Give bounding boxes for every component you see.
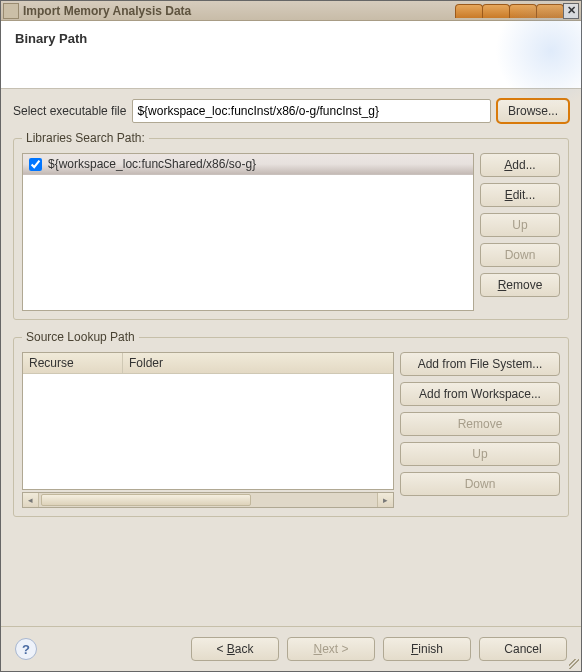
- source-table[interactable]: Recurse Folder: [22, 352, 394, 490]
- library-path: ${workspace_loc:funcShared/x86/so-g}: [48, 157, 256, 171]
- page-title: Binary Path: [15, 31, 567, 46]
- libraries-group: Libraries Search Path: ${workspace_loc:f…: [13, 131, 569, 320]
- add-button[interactable]: Add...: [480, 153, 560, 177]
- source-remove-button: Remove: [400, 412, 560, 436]
- table-header: Recurse Folder: [23, 353, 393, 374]
- add-from-filesystem-button[interactable]: Add from File System...: [400, 352, 560, 376]
- wizard-footer: ? < Back Next > Finish Cancel: [1, 626, 581, 671]
- down-button: Down: [480, 243, 560, 267]
- finish-button[interactable]: Finish: [383, 637, 471, 661]
- executable-label: Select executable file: [13, 104, 126, 118]
- scroll-right-icon[interactable]: ▸: [377, 493, 393, 507]
- wizard-content: Select executable file Browse... Librari…: [1, 89, 581, 626]
- source-lookup-legend: Source Lookup Path: [22, 330, 139, 344]
- resize-grip-icon[interactable]: [569, 659, 579, 669]
- list-item[interactable]: ${workspace_loc:funcShared/x86/so-g}: [23, 154, 473, 175]
- source-button-column: Add from File System... Add from Workspa…: [400, 352, 560, 508]
- window-title: Import Memory Analysis Data: [23, 4, 449, 18]
- scroll-track[interactable]: [39, 493, 377, 507]
- next-button: Next >: [287, 637, 375, 661]
- back-button[interactable]: < Back: [191, 637, 279, 661]
- source-down-button: Down: [400, 472, 560, 496]
- up-button: Up: [480, 213, 560, 237]
- libraries-list[interactable]: ${workspace_loc:funcShared/x86/so-g}: [22, 153, 474, 311]
- executable-row: Select executable file Browse...: [13, 99, 569, 123]
- titlebar-tab-icon: [455, 4, 483, 18]
- dialog-window: Import Memory Analysis Data ✕ Binary Pat…: [0, 0, 582, 672]
- remove-button[interactable]: Remove: [480, 273, 560, 297]
- scroll-thumb[interactable]: [41, 494, 251, 506]
- column-recurse[interactable]: Recurse: [23, 353, 123, 373]
- horizontal-scrollbar[interactable]: ◂ ▸: [22, 492, 394, 508]
- libraries-button-column: Add... Edit... Up Down Remove: [480, 153, 560, 311]
- system-menu-icon[interactable]: [3, 3, 19, 19]
- source-lookup-group: Source Lookup Path Recurse Folder ◂: [13, 330, 569, 517]
- wizard-header: Binary Path: [1, 21, 581, 89]
- scroll-left-icon[interactable]: ◂: [23, 493, 39, 507]
- libraries-legend: Libraries Search Path:: [22, 131, 149, 145]
- help-icon: ?: [22, 642, 30, 657]
- cancel-button[interactable]: Cancel: [479, 637, 567, 661]
- header-decor-icon: [491, 0, 582, 111]
- column-folder[interactable]: Folder: [123, 353, 393, 373]
- executable-input[interactable]: [132, 99, 491, 123]
- wizard-buttons: < Back Next > Finish Cancel: [191, 637, 567, 661]
- help-button[interactable]: ?: [15, 638, 37, 660]
- library-checkbox[interactable]: [29, 158, 42, 171]
- add-from-workspace-button[interactable]: Add from Workspace...: [400, 382, 560, 406]
- edit-button[interactable]: Edit...: [480, 183, 560, 207]
- source-up-button: Up: [400, 442, 560, 466]
